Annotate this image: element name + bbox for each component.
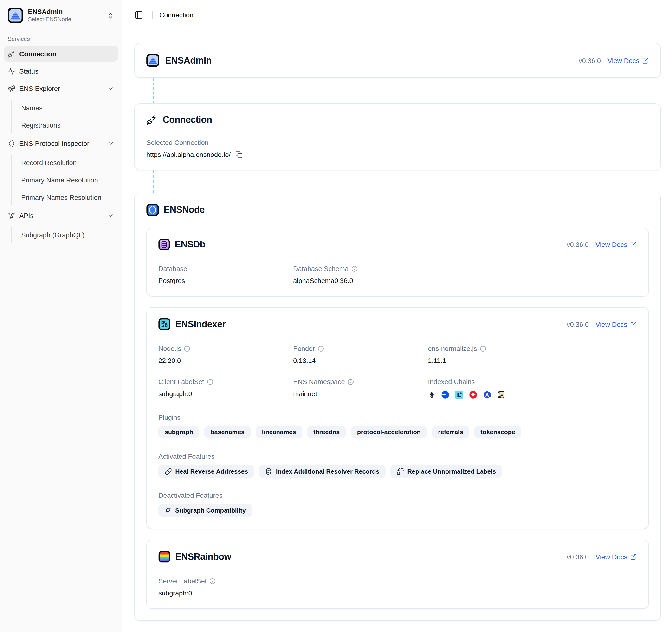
ensindexer-version: v0.36.0 bbox=[567, 320, 589, 328]
sidebar-item-subgraph-graphql[interactable]: Subgraph (GraphQL) bbox=[16, 227, 118, 243]
optimism-chain-icon bbox=[469, 390, 478, 399]
feature-pill: Replace Unnormalized Labels bbox=[390, 465, 502, 478]
plugin-pill: threedns bbox=[307, 426, 346, 438]
sidebar-item-ens-protocol-inspector[interactable]: ENS Protocol Inspector bbox=[4, 136, 118, 151]
ensnode-logo-icon bbox=[146, 203, 159, 216]
sidebar-item-names[interactable]: Names bbox=[16, 100, 118, 116]
ensadmin-view-docs-link[interactable]: View Docs bbox=[607, 56, 649, 64]
client-labelset-value: subgraph:0 bbox=[159, 390, 293, 397]
sidebar-item-ens-explorer[interactable]: ENS Explorer bbox=[4, 81, 118, 96]
plug-zap-icon bbox=[146, 115, 157, 125]
connection-page: ENSAdmin v0.36.0 View Docs bbox=[122, 30, 672, 630]
indexed-chains-field: Indexed Chains bbox=[428, 378, 637, 399]
copy-url-button[interactable] bbox=[235, 151, 243, 158]
base-chain-icon bbox=[441, 390, 450, 399]
ensrainbow-view-docs-link[interactable]: View Docs bbox=[596, 553, 637, 561]
selected-connection-url: https://api.alpha.ensnode.io/ bbox=[146, 151, 231, 159]
ensrainbow-card-title: ENSRainbow bbox=[175, 551, 231, 562]
sidebar: ENSAdmin Select ENSNode Services Connect… bbox=[0, 0, 122, 632]
chevron-down-icon bbox=[107, 85, 114, 92]
breadcrumb-divider bbox=[152, 11, 152, 19]
search-icon bbox=[165, 507, 172, 514]
ensnode-select[interactable]: ENSAdmin Select ENSNode bbox=[4, 4, 118, 27]
external-link-icon bbox=[630, 241, 637, 248]
info-icon[interactable] bbox=[348, 379, 354, 385]
info-icon[interactable] bbox=[210, 578, 216, 584]
ens-explorer-subnav: Names Registrations bbox=[11, 100, 118, 133]
sidebar-item-status[interactable]: Status bbox=[4, 64, 118, 79]
server-labelset-value: subgraph:0 bbox=[159, 589, 637, 597]
linea-chain-icon bbox=[455, 390, 463, 399]
ponder-label: Ponder bbox=[293, 345, 315, 353]
sidebar-item-record-resolution[interactable]: Record Resolution bbox=[16, 155, 118, 170]
chevron-down-icon bbox=[107, 140, 114, 147]
deactivated-features-list: Subgraph Compatibility bbox=[159, 504, 637, 517]
ensadmin-version: v0.36.0 bbox=[579, 56, 601, 64]
pill-icon bbox=[165, 468, 172, 475]
sidebar-item-apis[interactable]: APIs bbox=[4, 208, 118, 223]
ens-namespace-field: ENS Namespace mainnet bbox=[293, 378, 428, 399]
nodejs-label: Node.js bbox=[159, 345, 181, 353]
apis-subnav: Subgraph (GraphQL) bbox=[11, 227, 118, 243]
database-field: Database Postgres bbox=[159, 265, 293, 285]
database-value: Postgres bbox=[159, 277, 293, 285]
plugin-pill: basenames bbox=[204, 426, 251, 438]
plugin-pill: tokenscope bbox=[474, 426, 522, 438]
ensdb-card: ENSDb v0.36.0 View Docs bbox=[146, 228, 649, 296]
ens-normalize-field: ens-normalize.js 1.11.1 bbox=[428, 345, 637, 364]
sidebar-item-label: Status bbox=[19, 67, 38, 75]
database-schema-label: Database Schema bbox=[293, 265, 349, 272]
activity-icon bbox=[8, 67, 16, 75]
client-labelset-label: Client LabelSet bbox=[159, 378, 204, 386]
nodejs-value: 22.20.0 bbox=[159, 357, 293, 364]
panel-left-icon bbox=[134, 10, 143, 19]
sidebar-nav: Connection Status ENS Explorer bbox=[4, 46, 118, 244]
info-icon[interactable] bbox=[480, 345, 486, 351]
card-connector-line bbox=[152, 170, 661, 193]
ensrainbow-card: ENSRainbow v0.36.0 View Docs bbox=[146, 540, 649, 609]
connection-card: Connection Selected Connection https://a… bbox=[134, 103, 661, 170]
ensdb-version: v0.36.0 bbox=[567, 241, 589, 248]
sidebar-item-label: ENS Explorer bbox=[19, 85, 60, 92]
info-icon[interactable] bbox=[318, 345, 324, 351]
external-link-icon bbox=[642, 57, 649, 64]
ens-namespace-label: ENS Namespace bbox=[293, 378, 345, 386]
sidebar-item-connection[interactable]: Connection bbox=[4, 46, 118, 62]
sidebar-toggle-button[interactable] bbox=[132, 8, 145, 22]
ensadmin-logo-icon bbox=[8, 8, 23, 23]
ensdb-view-docs-link[interactable]: View Docs bbox=[596, 241, 637, 248]
sidebar-item-registrations[interactable]: Registrations bbox=[16, 118, 118, 133]
topbar: Connection bbox=[122, 0, 672, 30]
plugin-pill: subgraph bbox=[159, 426, 199, 438]
ensrainbow-logo-icon bbox=[159, 551, 170, 563]
activated-features-label: Activated Features bbox=[159, 453, 637, 460]
activated-features-list: Heal Reverse Addresses Index Additional … bbox=[159, 465, 637, 478]
sidebar-item-label: ENS Protocol Inspector bbox=[19, 140, 89, 147]
radio-tower-icon bbox=[8, 212, 16, 219]
sidebar-item-primary-names-resolution[interactable]: Primary Names Resolution bbox=[16, 190, 118, 205]
ensdb-logo-icon bbox=[159, 239, 170, 250]
plugin-pill: protocol-acceleration bbox=[351, 426, 427, 438]
chevrons-up-down-icon bbox=[107, 12, 114, 19]
ensindexer-logo-icon bbox=[159, 318, 170, 330]
database-schema-field: Database Schema alphaSchema0.36.0 bbox=[293, 265, 428, 285]
info-icon[interactable] bbox=[352, 265, 358, 272]
ponder-field: Ponder 0.13.14 bbox=[293, 345, 428, 364]
app-title: ENSAdmin bbox=[28, 8, 71, 16]
sidebar-item-label: Connection bbox=[19, 50, 56, 58]
sidebar-item-primary-name-resolution[interactable]: Primary Name Resolution bbox=[16, 172, 118, 188]
arbitrum-chain-icon bbox=[483, 390, 491, 399]
ensadmin-logo-icon bbox=[146, 54, 159, 67]
info-icon[interactable] bbox=[207, 379, 213, 385]
connection-card-title: Connection bbox=[163, 115, 212, 125]
ponder-value: 0.13.14 bbox=[293, 357, 428, 364]
indexed-chains-label: Indexed Chains bbox=[428, 378, 637, 386]
ensindexer-view-docs-link[interactable]: View Docs bbox=[596, 320, 637, 328]
ensdb-card-title: ENSDb bbox=[175, 239, 205, 250]
external-link-icon bbox=[630, 553, 637, 560]
indexed-chains-list bbox=[428, 390, 637, 399]
scroll-chain-icon bbox=[497, 390, 505, 399]
ensadmin-card: ENSAdmin v0.36.0 View Docs bbox=[134, 43, 661, 78]
info-icon[interactable] bbox=[184, 345, 190, 351]
sidebar-item-label: Subgraph (GraphQL) bbox=[21, 231, 85, 239]
